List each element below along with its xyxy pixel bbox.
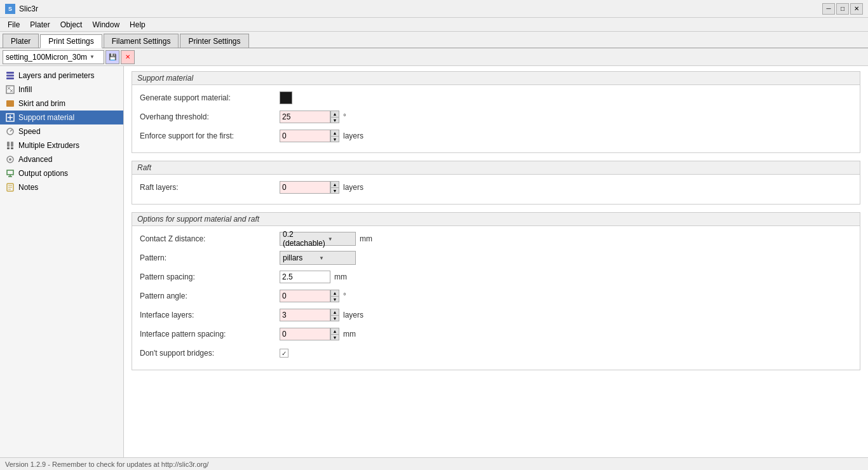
contact-z-value: 0.2 (detachable) — [283, 230, 325, 248]
interface-pattern-spin-up[interactable]: ▲ — [330, 328, 339, 334]
interface-pattern-input[interactable] — [280, 328, 330, 340]
interface-layers-label: Interface layers: — [140, 311, 280, 319]
interface-layers-control: ▲ ▼ layers — [280, 309, 363, 321]
svg-rect-14 — [11, 142, 13, 147]
dont-support-bridges-control — [280, 349, 288, 358]
version-text: Version 1.2.9 - Remember to check for up… — [5, 460, 208, 468]
tab-print-settings[interactable]: Print Settings — [40, 34, 102, 48]
interface-layers-spin-down[interactable]: ▼ — [330, 315, 339, 321]
interface-layers-spin-up[interactable]: ▲ — [330, 309, 339, 315]
layers-icon — [5, 70, 15, 81]
pattern-spacing-unit: mm — [334, 272, 347, 281]
sidebar-item-speed[interactable]: Speed — [0, 124, 123, 138]
overhang-input[interactable] — [280, 111, 330, 123]
contact-z-row: Contact Z distance: 0.2 (detachable) ▼ m… — [140, 231, 852, 246]
svg-point-18 — [9, 158, 11, 161]
sidebar-item-advanced[interactable]: Advanced — [0, 152, 123, 166]
pattern-angle-input[interactable] — [280, 290, 330, 302]
raft-spin-down[interactable]: ▼ — [330, 187, 339, 194]
pattern-select[interactable]: pillars ▼ — [280, 251, 356, 265]
sidebar-item-support-material[interactable]: Support material — [0, 111, 123, 124]
pattern-angle-spin: ▲ ▼ — [280, 290, 339, 302]
maximize-button[interactable]: □ — [836, 3, 849, 15]
svg-rect-19 — [7, 170, 13, 175]
enforce-spin-up[interactable]: ▲ — [330, 130, 339, 136]
pattern-spacing-label: Pattern spacing: — [140, 272, 280, 281]
options-section: Options for support material and raft Co… — [132, 212, 860, 370]
tab-plater[interactable]: Plater — [3, 34, 39, 48]
enforce-support-row: Enforce support for the first: ▲ ▼ layer… — [140, 128, 852, 144]
svg-line-12 — [10, 130, 12, 131]
svg-rect-13 — [7, 142, 10, 147]
app-title: Slic3r — [19, 4, 38, 13]
tab-bar: Plater Print Settings Filament Settings … — [0, 32, 868, 48]
enforce-support-control: ▲ ▼ layers — [280, 130, 363, 142]
pattern-spacing-control: mm — [280, 271, 347, 283]
interface-pattern-spin: ▲ ▼ — [280, 328, 339, 340]
sidebar-label-notes: Notes — [18, 183, 38, 192]
support-material-header: Support material — [132, 72, 860, 85]
svg-rect-1 — [6, 75, 14, 77]
dont-support-bridges-checkbox[interactable] — [280, 349, 288, 358]
close-button[interactable]: ✕ — [850, 3, 863, 15]
tab-printer-settings[interactable]: Printer Settings — [180, 34, 248, 48]
setting-dropdown[interactable]: setting_100Micron_30m ▼ — [3, 50, 104, 64]
menu-window[interactable]: Window — [87, 19, 125, 30]
menu-object[interactable]: Object — [55, 19, 88, 30]
pattern-angle-spin-buttons: ▲ ▼ — [330, 290, 339, 302]
sidebar-item-skirt-and-brim[interactable]: Skirt and brim — [0, 97, 123, 111]
setting-name: setting_100Micron_30m — [6, 53, 87, 62]
options-body: Contact Z distance: 0.2 (detachable) ▼ m… — [132, 226, 860, 370]
menu-help[interactable]: Help — [125, 19, 151, 30]
contact-z-label: Contact Z distance: — [140, 234, 280, 243]
sidebar-item-notes[interactable]: Notes — [0, 180, 123, 194]
menu-plater[interactable]: Plater — [25, 19, 55, 30]
generate-support-row: Generate support material: — [140, 90, 852, 105]
raft-layers-input[interactable] — [280, 181, 330, 194]
infill-icon — [5, 84, 15, 95]
generate-support-checkbox[interactable] — [280, 91, 292, 104]
enforce-spin-down[interactable]: ▼ — [330, 136, 339, 142]
minimize-button[interactable]: ─ — [822, 3, 835, 15]
save-button[interactable]: 💾 — [105, 50, 119, 64]
extruder-icon — [5, 140, 15, 151]
contact-z-select[interactable]: 0.2 (detachable) ▼ — [280, 232, 356, 246]
delete-button[interactable]: ✕ — [121, 50, 135, 64]
tab-filament-settings[interactable]: Filament Settings — [104, 34, 179, 48]
menu-file[interactable]: File — [3, 19, 25, 30]
interface-pattern-spin-down[interactable]: ▼ — [330, 334, 339, 340]
svg-line-4 — [8, 87, 13, 92]
output-icon — [5, 168, 15, 178]
raft-spin-up[interactable]: ▲ — [330, 181, 339, 187]
window-controls: ─ □ ✕ — [822, 3, 863, 15]
dont-support-bridges-label: Don't support bridges: — [140, 349, 280, 358]
pattern-spacing-input[interactable] — [280, 271, 330, 283]
sidebar-label-support: Support material — [18, 113, 74, 122]
interface-layers-input[interactable] — [280, 309, 330, 321]
interface-pattern-row: Interface pattern spacing: ▲ ▼ mm — [140, 326, 852, 342]
pattern-angle-spin-up[interactable]: ▲ — [330, 290, 339, 296]
overhang-spin-up[interactable]: ▲ — [330, 111, 339, 117]
pattern-label: Pattern: — [140, 253, 280, 262]
enforce-input[interactable] — [280, 130, 330, 142]
main-content: Layers and perimeters Infill Skirt and b… — [0, 66, 868, 457]
sidebar-item-output-options[interactable]: Output options — [0, 166, 123, 180]
generate-support-control — [280, 91, 292, 104]
raft-unit: layers — [343, 183, 363, 192]
sidebar-item-layers-and-perimeters[interactable]: Layers and perimeters — [0, 69, 123, 83]
enforce-support-label: Enforce support for the first: — [140, 131, 280, 140]
contact-z-control: 0.2 (detachable) ▼ mm — [280, 232, 372, 246]
sidebar-item-infill[interactable]: Infill — [0, 83, 123, 97]
pattern-angle-spin-down[interactable]: ▼ — [330, 296, 339, 302]
raft-layers-control: ▲ ▼ layers — [280, 181, 363, 194]
pattern-control: pillars ▼ — [280, 251, 356, 265]
pattern-angle-row: Pattern angle: ▲ ▼ ° — [140, 288, 852, 304]
overhang-threshold-label: Overhang threshold: — [140, 112, 280, 121]
sidebar-label-output: Output options — [18, 169, 68, 178]
overhang-spin-down[interactable]: ▼ — [330, 117, 339, 123]
pattern-angle-control: ▲ ▼ ° — [280, 290, 346, 302]
page-area: Support material Generate support materi… — [124, 66, 868, 457]
support-material-body: Generate support material: Overhang thre… — [132, 85, 860, 152]
sidebar-label-skirt: Skirt and brim — [18, 99, 65, 108]
sidebar-item-multiple-extruders[interactable]: Multiple Extruders — [0, 138, 123, 152]
